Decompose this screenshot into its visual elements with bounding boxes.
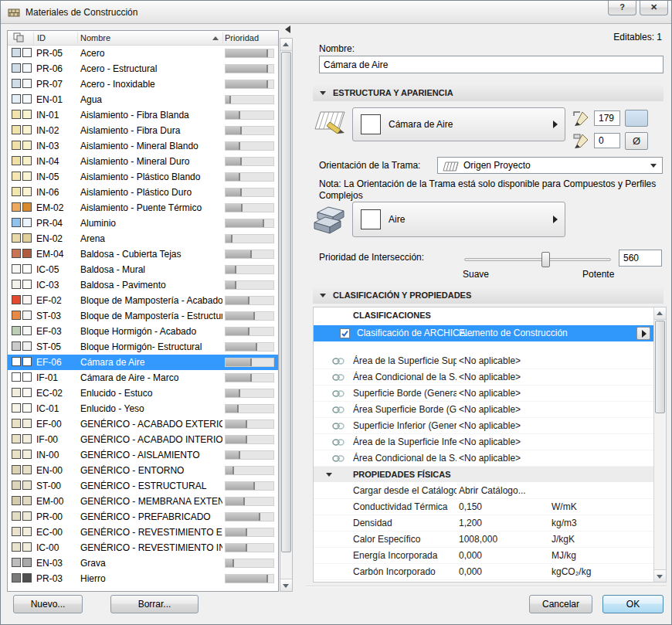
cut-fill-chooser[interactable]: Cámara de Aire [352,107,565,141]
material-name: Acero [80,48,222,59]
orientation-dropdown[interactable]: Origen Proyecto [437,157,663,174]
list-scrollbar[interactable] [280,38,293,592]
priority-bar [225,404,274,413]
surface-color-swatch [22,558,32,567]
list-item[interactable]: IN-00GENÉRICO - AISLAMIENTO [8,447,278,463]
list-item[interactable]: EN-02Arena [8,231,278,246]
priority-slider-track[interactable] [464,258,611,261]
list-item[interactable]: EF-06Cámara de Aire [8,355,278,370]
list-item[interactable]: IN-02Aislamiento - Fibra Dura [8,123,278,138]
list-item[interactable]: IC-01Enlucido - Yeso [8,401,278,416]
physical-property-row[interactable]: Conductividad Térmica0,150W/mK [314,499,653,515]
material-name: Grava [80,558,222,569]
property-row[interactable]: Área Condicional de la S...<No aplicable… [314,450,653,467]
column-header-nombre[interactable]: Nombre [80,33,110,42]
physical-properties-header[interactable]: PROPIEDADES FÍSICAS [314,467,653,482]
delete-button[interactable]: Borrar... [110,595,199,613]
fill-pen-input[interactable] [594,110,620,126]
property-row[interactable]: Superficie Inferior (Gener...<No aplicab… [314,418,653,434]
empty-background-button[interactable]: Ø [625,132,648,150]
column-header-prioridad[interactable]: Prioridad [225,33,259,42]
scroll-down-button[interactable] [280,579,292,591]
property-row[interactable]: Área Superficie Borde (G...<No aplicable… [314,402,653,418]
property-row[interactable]: Área de la Superficie Infe...<No aplicab… [314,434,653,450]
list-item[interactable]: EN-03Grava [8,555,278,571]
physical-property-row[interactable]: Carbón Incorporado0,000kgCO₂/kg [314,564,653,580]
list-item[interactable]: IN-03Aislamiento - Mineral Blando [8,138,278,154]
list-item[interactable]: IC-03Baldosa - Pavimento [8,277,278,293]
physical-property-row[interactable]: Calor Específico1008,000J/kgK [314,532,653,548]
property-row[interactable]: Área Condicional de la S...<No aplicable… [314,369,653,386]
property-name: Conductividad Térmica [353,501,456,512]
column-header-id[interactable]: ID [37,33,46,42]
orientation-note: Nota: La Orientación de la Trama está so… [319,178,668,202]
structure-section-header[interactable]: ESTRUCTURA Y APARIENCIA [313,85,664,101]
help-button[interactable]: ? [608,1,636,15]
scroll-down-button[interactable] [654,569,666,582]
cut-fill-color-swatch [12,295,21,304]
priority-value-input[interactable] [619,250,662,267]
list-item[interactable]: EC-02Enlucido - Estuco [8,386,278,401]
scrollbar-thumb[interactable] [655,321,665,413]
classification-expand-button[interactable] [636,327,650,340]
priority-bar-fill [226,142,240,150]
fill-pen-color-swatch[interactable] [625,110,648,127]
list-item[interactable]: PR-05Acero [8,46,278,61]
list-item[interactable]: PR-06Acero - Estructural [8,61,278,76]
collapse-left-panel-arrow[interactable] [283,25,293,34]
list-item[interactable]: PR-07Acero - Inoxidable [8,76,278,92]
list-item[interactable]: EF-02Bloque de Mampostería - Acabado [8,293,278,308]
scroll-up-button[interactable] [654,307,666,320]
scroll-up-button[interactable] [280,39,292,51]
list-item[interactable]: IC-00GENÉRICO - REVESTIMIENTO INTERIOR [8,540,278,555]
classification-checkbox[interactable] [340,328,350,338]
list-item[interactable]: EM-00GENÉRICO - MEMBRANA EXTENDIDA [8,494,278,509]
list-item[interactable]: EM-04Baldosa - Cubierta Tejas [8,246,278,262]
list-item[interactable]: ST-00GENÉRICO - ESTRUCTURAL [8,478,278,494]
classification-row[interactable]: Clasificación de ARCHICA... Elemento de … [314,325,653,341]
list-item[interactable]: PR-04Aluminio [8,216,278,231]
list-item[interactable]: IC-05Baldosa - Mural [8,262,278,277]
list-item[interactable]: EC-00GENÉRICO - REVESTIMIENTO EXTERIOR [8,525,278,540]
priority-bar [225,110,274,120]
physical-property-row[interactable]: Densidad1,200kg/m3 [314,515,653,532]
surface-color-swatch [22,280,32,289]
priority-slider-thumb[interactable] [541,252,550,267]
physical-property-row[interactable]: Energía Incorporada0,000MJ/kg [314,548,653,564]
list-item[interactable]: EF-03Bloque Hormigón - Acabado [8,324,278,339]
list-item[interactable]: IF-00GENÉRICO - ACABADO INTERIOR [8,432,278,447]
surface-color-swatch [22,511,32,521]
close-button[interactable]: ✕ [640,1,668,15]
list-item[interactable]: PR-00GENÉRICO - PREFABRICADO [8,509,278,525]
list-item[interactable]: IN-04Aislamiento - Mineral Duro [8,154,278,169]
list-item[interactable]: IN-05Aislamiento - Plástico Blando [8,169,278,185]
cut-fill-color-swatch [12,481,21,490]
classification-section-header[interactable]: CLASIFICACIÓN Y PROPIEDADES [313,287,664,304]
property-value: 0,150 [459,501,482,512]
list-item[interactable]: PR-03Hierro [8,571,278,586]
footer-divider [307,586,667,587]
new-button[interactable]: Nuevo... [13,595,83,613]
property-row[interactable]: Área de la Superficie Sup...<No aplicabl… [314,353,653,369]
list-item[interactable]: EN-00GENÉRICO - ENTORNO [8,463,278,478]
scrollbar-thumb[interactable] [281,52,291,552]
list-item[interactable]: IN-06Aislamiento - Plástico Duro [8,185,278,200]
name-input[interactable] [319,56,664,73]
list-item[interactable]: ST-03Bloque de Mampostería - Estructural [8,308,278,324]
ok-button[interactable]: OK [602,595,664,613]
list-item[interactable]: EN-01Agua [8,92,278,107]
list-item[interactable]: EF-00GENÉRICO - ACABADO EXTERIOR [8,416,278,432]
list-item[interactable]: IF-01Cámara de Aire - Marco [8,370,278,386]
list-item[interactable]: IN-01Aislamiento - Fibra Blanda [8,107,278,123]
cut-fill-label: Cámara de Aire [389,119,453,130]
material-name: Aislamiento - Plástico Blando [80,172,222,182]
materials-list-header[interactable]: ID Nombre Prioridad [8,31,278,46]
properties-scrollbar[interactable] [653,307,666,582]
list-item[interactable]: ST-05Bloque Hormigón- Estructural [8,339,278,355]
background-pen-input[interactable] [594,133,620,148]
cancel-button[interactable]: Cancelar [529,595,592,613]
surface-chooser[interactable]: Aire [352,202,565,237]
list-item[interactable]: EM-02Aislamiento - Puente Térmico [8,200,278,216]
physical-property-row[interactable]: Cargar desde el CatálogoAbrir Catálogo..… [314,483,653,499]
property-row[interactable]: Superficie Borde (General)<No aplicable> [314,386,653,402]
